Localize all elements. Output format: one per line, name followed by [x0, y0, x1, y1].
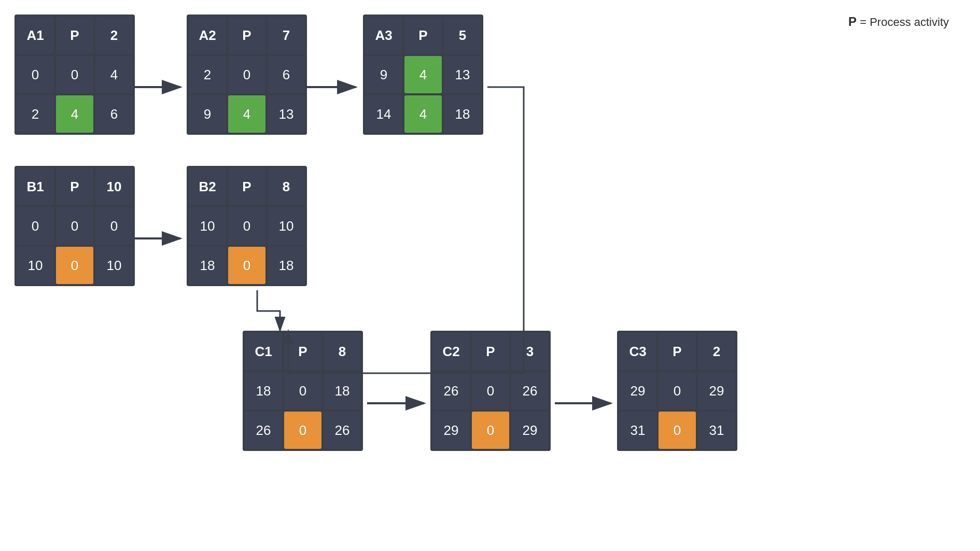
cell: 7 — [268, 17, 305, 54]
cell: 4 — [56, 95, 93, 133]
cell: 29 — [619, 372, 656, 409]
cell: 9 — [365, 56, 402, 93]
cell: 0 — [56, 56, 93, 93]
cell: 6 — [95, 95, 133, 133]
cell: 10 — [17, 247, 54, 284]
legend-bold: P — [848, 15, 857, 29]
cell: 13 — [268, 95, 305, 133]
cell: P — [659, 333, 696, 370]
cell: 0 — [56, 207, 93, 245]
cell: 18 — [245, 372, 282, 409]
cell: 8 — [324, 333, 361, 370]
cell: 0 — [472, 372, 509, 409]
cell: 18 — [324, 372, 361, 409]
cell: 9 — [189, 95, 226, 133]
matrix-a1: A1P2004246 — [15, 15, 135, 135]
cell: 0 — [228, 56, 265, 93]
cell: 4 — [404, 95, 442, 133]
cell: 26 — [324, 412, 361, 449]
cell: 10 — [95, 247, 133, 284]
cell: 26 — [432, 372, 470, 409]
cell: 4 — [228, 95, 265, 133]
cell: 10 — [189, 207, 226, 245]
cell: P — [228, 17, 265, 54]
cell: 10 — [95, 168, 133, 205]
cell: 0 — [659, 412, 696, 449]
matrix-c3: C3P22902931031 — [617, 331, 737, 451]
matrix-c2: C2P32602629029 — [430, 331, 551, 451]
cell: 4 — [95, 56, 133, 93]
cell: P — [228, 168, 265, 205]
cell: C1 — [245, 333, 282, 370]
cell: C2 — [432, 333, 470, 370]
cell: P — [404, 17, 442, 54]
cell: 0 — [284, 412, 321, 449]
cell: 0 — [17, 207, 54, 245]
cell: 0 — [56, 247, 93, 284]
cell: 18 — [189, 247, 226, 284]
cell: 18 — [268, 247, 305, 284]
cell: P — [472, 333, 509, 370]
cell: 3 — [511, 333, 549, 370]
cell: 0 — [17, 56, 54, 93]
cell: 2 — [189, 56, 226, 93]
cell: A2 — [189, 17, 226, 54]
cell: 0 — [659, 372, 696, 409]
cell: 4 — [404, 56, 442, 93]
cell: C3 — [619, 333, 656, 370]
cell: 13 — [444, 56, 481, 93]
cell: 0 — [228, 207, 265, 245]
cell: 2 — [95, 17, 133, 54]
cell: P — [284, 333, 321, 370]
cell: 0 — [472, 412, 509, 449]
cell: 26 — [245, 412, 282, 449]
cell: 2 — [698, 333, 735, 370]
cell: B2 — [189, 168, 226, 205]
cell: 0 — [228, 247, 265, 284]
cell: P — [56, 168, 93, 205]
cell: 26 — [511, 372, 549, 409]
cell: A1 — [17, 17, 54, 54]
matrix-b1: B1P1000010010 — [15, 166, 135, 286]
cell: 31 — [619, 412, 656, 449]
cell: 10 — [268, 207, 305, 245]
cell: 29 — [511, 412, 549, 449]
cell: 29 — [432, 412, 470, 449]
cell: 0 — [95, 207, 133, 245]
cell: 29 — [698, 372, 735, 409]
cell: P — [56, 17, 93, 54]
matrix-c1: C1P81801826026 — [243, 331, 363, 451]
legend: P = Process activity — [848, 15, 949, 29]
cell: A3 — [365, 17, 402, 54]
cell: 31 — [698, 412, 735, 449]
cell: 14 — [365, 95, 402, 133]
cell: 18 — [444, 95, 481, 133]
matrix-a2: A2P72069413 — [187, 15, 307, 135]
cell: 6 — [268, 56, 305, 93]
matrix-a3: A3P5941314418 — [363, 15, 483, 135]
matrix-b2: B2P81001018018 — [187, 166, 307, 286]
cell: 5 — [444, 17, 481, 54]
legend-text: = Process activity — [857, 16, 949, 29]
cell: 8 — [268, 168, 305, 205]
cell: 2 — [17, 95, 54, 133]
cell: B1 — [17, 168, 54, 205]
cell: 0 — [284, 372, 321, 409]
arrow-b2-c1 — [257, 290, 280, 331]
arrows-svg — [0, 0, 980, 551]
